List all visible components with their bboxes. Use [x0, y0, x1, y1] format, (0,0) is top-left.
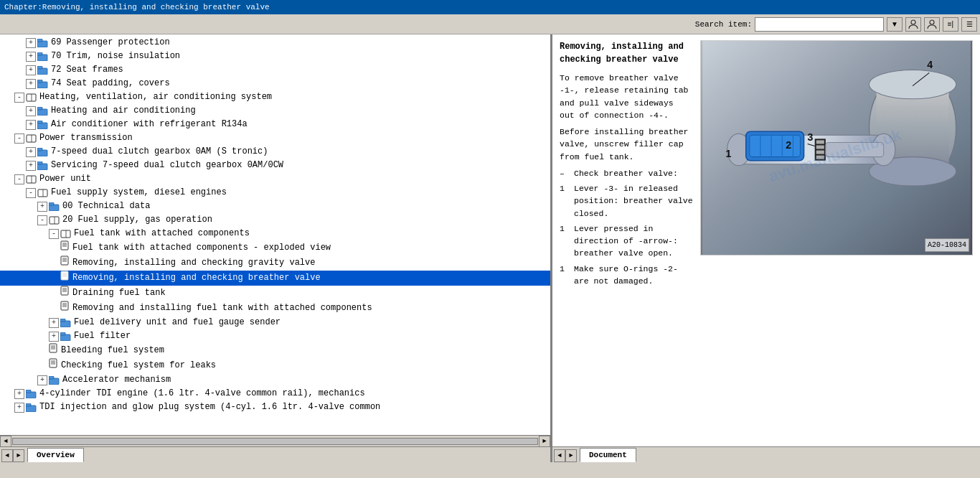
step-num-1: 1	[560, 182, 571, 220]
tab-scroll-right[interactable]: ►	[13, 449, 24, 462]
expand-icon[interactable]: -	[49, 229, 59, 239]
tree-item-label: 00 Technical data	[62, 200, 150, 213]
svg-rect-67	[26, 390, 31, 393]
tree-item-label: Fuel tank with attached components - exp…	[72, 241, 331, 255]
tree-item-label: 72 Seat frames	[51, 63, 123, 77]
scroll-track[interactable]	[12, 438, 538, 445]
tree-item[interactable]: + Fuel delivery unit and fuel gauge send…	[0, 316, 550, 329]
folder-icon	[37, 161, 49, 170]
tab-document[interactable]: Document	[580, 448, 636, 462]
dropdown-arrow-btn[interactable]: ▼	[887, 17, 903, 32]
expand-icon[interactable]: +	[26, 147, 36, 157]
tree-item[interactable]: + Accelerator mechanism	[0, 373, 550, 387]
tree-item[interactable]: Fuel tank with attached components - exp…	[0, 240, 550, 256]
doc-icon	[60, 301, 70, 316]
expand-icon[interactable]: +	[26, 52, 36, 62]
svg-rect-36	[61, 256, 68, 265]
expand-icon[interactable]: +	[49, 318, 59, 328]
tree-item[interactable]: + Air conditioner with refrigerant R134a	[0, 118, 550, 131]
expand-icon[interactable]: -	[37, 215, 47, 225]
expand-icon[interactable]: +	[37, 202, 47, 212]
tree-item-label: 70 Trim, noise insulation	[51, 50, 180, 63]
right-tab-scroll-left[interactable]: ◄	[554, 449, 565, 462]
svg-rect-86	[816, 145, 824, 149]
user-btn1[interactable]	[905, 17, 921, 32]
tree-item[interactable]: - Heating, ventilation, air conditioning…	[0, 90, 550, 104]
svg-rect-3	[37, 39, 42, 42]
expand-icon[interactable]: +	[26, 161, 36, 171]
step-text-3: Make sure O-rings -2- are not damaged.	[574, 263, 693, 288]
scroll-right-btn[interactable]: ►	[539, 436, 550, 447]
image-ref: A20-10834	[925, 238, 969, 252]
tree-item[interactable]: - Power unit	[0, 172, 550, 186]
tree-item-label: 20 Fuel supply, gas operation	[62, 213, 212, 227]
tree-item[interactable]: + 74 Seat padding, covers	[0, 77, 550, 90]
tree-item[interactable]: + Servicing 7-speed dual clutch gearbox …	[0, 159, 550, 172]
scroll-left-btn[interactable]: ◄	[0, 436, 11, 447]
folder-icon	[60, 332, 72, 341]
doc-step-2: 1 Lever pressed in direction of -arrow-:…	[560, 222, 693, 260]
tab-overview[interactable]: Overview	[27, 448, 84, 462]
svg-rect-22	[27, 176, 36, 183]
tree-item[interactable]: - Fuel supply system, diesel engines	[0, 186, 550, 200]
tree-item[interactable]: + 4-cylinder TDI engine (1.6 ltr. 4-valv…	[0, 387, 550, 400]
tree-item-label: Servicing 7-speed dual clutch gearbox 0A…	[51, 159, 283, 172]
expand-icon[interactable]: +	[26, 79, 36, 89]
tree-item[interactable]: + 69 Passenger protection	[0, 36, 550, 50]
svg-rect-5	[37, 52, 42, 55]
tree-item[interactable]: Removing and installing fuel tank with a…	[0, 301, 550, 316]
expand-icon[interactable]: -	[14, 133, 24, 144]
tree-item[interactable]: + 70 Trim, noise insulation	[0, 50, 550, 63]
tree-item[interactable]: - Power transmission	[0, 131, 550, 145]
folder-icon	[37, 66, 49, 75]
horizontal-scrollbar: ◄ ►	[0, 435, 550, 446]
tree-item[interactable]: - Fuel tank with attached components	[0, 227, 550, 240]
doc-icon	[60, 286, 70, 301]
svg-rect-69	[26, 403, 31, 406]
svg-point-1	[930, 20, 934, 24]
search-input[interactable]	[755, 17, 884, 32]
expand-icon[interactable]: +	[14, 389, 24, 399]
tree-item[interactable]: + Heating and air conditioning	[0, 104, 550, 118]
tree-item[interactable]: Removing, installing and checking gravit…	[0, 256, 550, 271]
expand-icon[interactable]: +	[37, 375, 47, 385]
expand-icon[interactable]: +	[26, 65, 36, 75]
expand-icon[interactable]: +	[26, 106, 36, 116]
tree-scroll[interactable]: + 69 Passenger protection + 70 Trim, noi…	[0, 36, 550, 434]
expand-icon[interactable]: +	[14, 403, 24, 413]
tree-item[interactable]: + TDI injection and glow plug system (4-…	[0, 400, 550, 414]
tree-item[interactable]: + 00 Technical data	[0, 200, 550, 213]
tree-item-label: Power transmission	[39, 131, 133, 145]
expand-icon[interactable]: -	[26, 188, 36, 198]
book-icon	[26, 175, 37, 184]
expand-icon[interactable]: +	[26, 38, 36, 48]
doc-step-1: 1 Lever -3- in released position: breath…	[560, 182, 693, 220]
tree-item-label: 7-speed dual clutch gearbox 0AM (S troni…	[51, 145, 268, 159]
svg-rect-65	[49, 376, 54, 379]
tree-item-label: Fuel tank with attached components	[74, 227, 250, 240]
expand-icon[interactable]: -	[14, 93, 24, 103]
tree-item[interactable]: + Fuel filter	[0, 329, 550, 343]
tab-scroll-left[interactable]: ◄	[1, 449, 13, 462]
tree-item[interactable]: Draining fuel tank	[0, 286, 550, 301]
tree-item[interactable]: + 72 Seat frames	[0, 63, 550, 77]
tree-item[interactable]: + 7-speed dual clutch gearbox 0AM (S tro…	[0, 145, 550, 159]
tree-item[interactable]: Checking fuel system for leaks	[0, 358, 550, 373]
svg-rect-13	[37, 107, 42, 110]
expand-icon[interactable]: +	[26, 120, 36, 130]
right-tab-scroll-right[interactable]: ►	[565, 449, 577, 462]
folder-icon	[37, 52, 49, 61]
svg-text:4: 4	[927, 59, 933, 70]
tree-item[interactable]: Bleeding fuel system	[0, 343, 550, 358]
tree-item-label: Power unit	[39, 172, 91, 186]
menu-btn[interactable]: ≡|	[943, 17, 958, 32]
options-btn[interactable]: ☰	[961, 17, 977, 32]
folder-icon	[26, 403, 37, 412]
svg-point-0	[911, 20, 915, 24]
tree-item[interactable]: - 20 Fuel supply, gas operation	[0, 213, 550, 227]
tree-item-label: Heating and air conditioning	[51, 104, 196, 118]
tree-item-selected[interactable]: Removing, installing and checking breath…	[0, 271, 550, 286]
expand-icon[interactable]: -	[14, 174, 24, 184]
expand-icon[interactable]: +	[49, 332, 59, 342]
user-btn2[interactable]	[924, 17, 940, 32]
